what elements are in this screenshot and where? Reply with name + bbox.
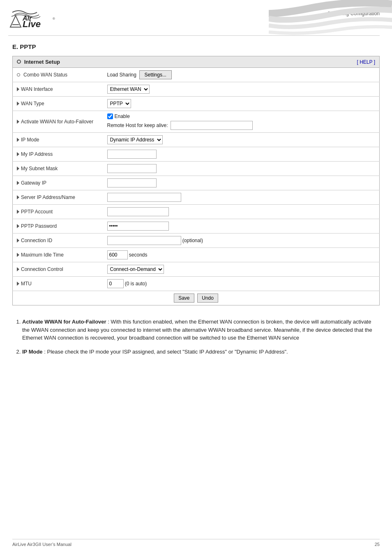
table-row: My Subnet Mask: [13, 162, 380, 176]
list-item: IP Mode : Please check the IP mode your …: [22, 348, 380, 356]
help-link[interactable]: [ HELP ]: [357, 59, 375, 65]
my-ip-input[interactable]: [107, 150, 157, 159]
arrow-icon: [17, 87, 19, 91]
enable-label: Enable: [115, 113, 130, 119]
footer-right: 25: [375, 542, 380, 547]
gateway-ip-input[interactable]: [107, 178, 157, 187]
server-ip-input[interactable]: [107, 193, 181, 202]
ip-mode-value[interactable]: Dynamic IP Address Static IP Address: [103, 133, 380, 147]
seconds-label: seconds: [129, 252, 148, 258]
subnet-mask-value[interactable]: [103, 162, 380, 176]
svg-text:®: ®: [53, 17, 55, 21]
arrow-icon: [17, 282, 19, 286]
wan-interface-label: WAN Interface: [13, 82, 103, 97]
arrow-icon: [17, 195, 19, 199]
connection-id-input[interactable]: [107, 236, 181, 245]
my-ip-label: My IP Address: [13, 147, 103, 162]
arrow-icon: [17, 210, 19, 214]
remote-host-label: Remote Host for keep alive:: [107, 123, 168, 128]
arrow-icon: [17, 102, 19, 106]
connection-id-label: Connection ID: [13, 234, 103, 248]
svg-text:Air: Air: [22, 15, 32, 22]
activate-wwan-label: Activate WWAN for Auto-Failover: [13, 111, 103, 133]
combo-wan-status-value: Load Sharing Settings...: [103, 68, 380, 82]
wan-interface-value[interactable]: Ethernet WAN: [103, 82, 380, 97]
max-idle-time-label: Maximum Idle Time: [13, 248, 103, 262]
gateway-ip-label: Gateway IP: [13, 176, 103, 190]
arrow-icon: [17, 253, 19, 257]
arrow-icon: [17, 120, 19, 124]
connection-control-select[interactable]: Connect-on-Demand Always-on Manual: [107, 265, 164, 274]
wan-type-value[interactable]: PPTP: [103, 97, 380, 111]
page-footer: AirLive Air3GII User’s Manual 25: [12, 539, 380, 547]
mtu-auto-label: (0 is auto): [125, 281, 147, 287]
pptp-password-input[interactable]: [107, 222, 169, 231]
remote-host-input[interactable]: [171, 121, 253, 130]
svg-marker-0: [10, 16, 21, 27]
wan-type-select[interactable]: PPTP: [107, 99, 131, 108]
mtu-label: MTU: [13, 277, 103, 291]
table-row: MTU (0 is auto): [13, 277, 380, 291]
airlive-logo: Live ® Air: [8, 7, 66, 32]
my-ip-value[interactable]: [103, 147, 380, 162]
settings-button[interactable]: Settings...: [139, 70, 172, 79]
undo-button[interactable]: Undo: [197, 294, 218, 303]
arrow-icon: [17, 152, 19, 156]
table-row: WAN Interface Ethernet WAN: [13, 82, 380, 97]
max-idle-time-input[interactable]: [107, 250, 128, 259]
arrow-icon: [17, 181, 19, 185]
table-row: Combo WAN Status Load Sharing Settings..…: [13, 68, 380, 82]
table-row: PPTP Account: [13, 205, 380, 219]
table-row: IP Mode Dynamic IP Address Static IP Add…: [13, 133, 380, 147]
footer-left: AirLive Air3GII User’s Manual: [12, 542, 71, 547]
table-row: My IP Address: [13, 147, 380, 162]
pptp-account-value[interactable]: [103, 205, 380, 219]
wan-interface-select[interactable]: Ethernet WAN: [107, 85, 150, 94]
table-row: Connection ID (optional): [13, 234, 380, 248]
desc1-bold: Activate WWAN for Auto-Failover: [22, 319, 106, 325]
connection-id-value: (optional): [103, 234, 380, 248]
subnet-mask-input[interactable]: [107, 164, 157, 173]
internet-setup-table: Internet Setup [ HELP ] Combo WAN Status: [12, 56, 380, 305]
desc2-bold: IP Mode: [22, 349, 43, 355]
gateway-ip-value[interactable]: [103, 176, 380, 190]
description-list: Activate WWAN for Auto-Failover : With t…: [0, 318, 392, 356]
desc2-text: : Please check the IP mode your ISP assi…: [44, 349, 288, 355]
pptp-password-value[interactable]: [103, 219, 380, 234]
table-footer-row: Save Undo: [13, 291, 380, 305]
table-row: PPTP Password: [13, 219, 380, 234]
pptp-password-label: PPTP Password: [13, 219, 103, 234]
server-ip-value[interactable]: [103, 190, 380, 205]
ip-mode-select[interactable]: Dynamic IP Address Static IP Address: [107, 135, 163, 144]
connection-control-value[interactable]: Connect-on-Demand Always-on Manual: [103, 262, 380, 277]
table-header: Internet Setup [ HELP ]: [13, 56, 379, 68]
pptp-account-label: PPTP Account: [13, 205, 103, 219]
mtu-value: (0 is auto): [103, 277, 380, 291]
server-ip-label: Server IP Address/Name: [13, 190, 103, 205]
arrow-icon: [17, 238, 19, 243]
connection-control-label: Connection Control: [13, 262, 103, 277]
save-button[interactable]: Save: [174, 294, 194, 303]
arrow-icon: [17, 267, 19, 271]
subnet-mask-label: My Subnet Mask: [13, 162, 103, 176]
table-row: Connection Control Connect-on-Demand Alw…: [13, 262, 380, 277]
list-item: Activate WWAN for Auto-Failover : With t…: [22, 318, 380, 342]
pptp-account-input[interactable]: [107, 207, 169, 216]
main-content: Internet Setup [ HELP ] Combo WAN Status: [0, 56, 392, 305]
arrow-icon: [17, 224, 19, 228]
circle-small-icon: [17, 73, 20, 76]
table-row: Server IP Address/Name: [13, 190, 380, 205]
arrow-icon: [17, 138, 19, 142]
arrow-icon: [17, 166, 19, 171]
table-title: Internet Setup: [17, 59, 60, 65]
footer-buttons: Save Undo: [13, 291, 380, 305]
mtu-input[interactable]: [107, 279, 124, 288]
table-row: Gateway IP: [13, 176, 380, 190]
table-row: Activate WWAN for Auto-Failover Enable R…: [13, 111, 380, 133]
table-row: Maximum Idle Time seconds: [13, 248, 380, 262]
enable-checkbox[interactable]: [107, 113, 113, 119]
optional-label: (optional): [182, 238, 203, 243]
section-title: E. PPTP: [0, 36, 392, 56]
wan-type-label: WAN Type: [13, 97, 103, 111]
activate-wwan-value: Enable Remote Host for keep alive:: [103, 111, 380, 133]
